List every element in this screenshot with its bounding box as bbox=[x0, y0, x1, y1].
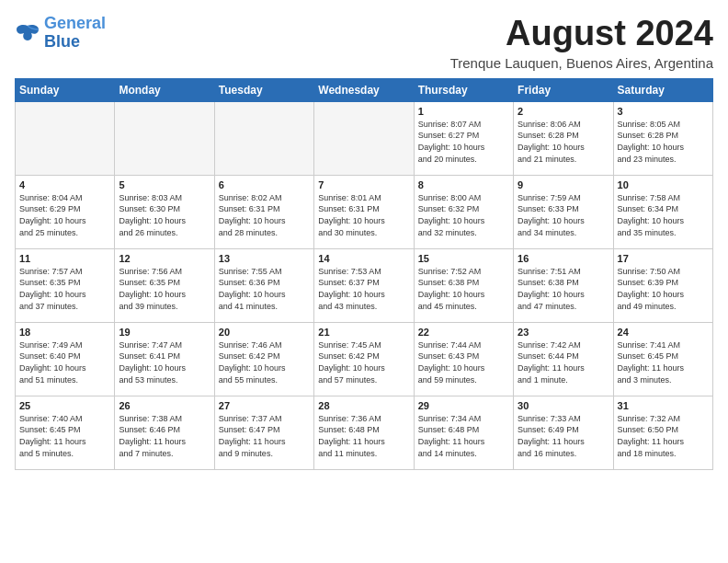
header-friday: Friday bbox=[514, 78, 613, 101]
calendar-cell: 20Sunrise: 7:46 AM Sunset: 6:42 PM Dayli… bbox=[214, 322, 313, 396]
day-number: 16 bbox=[518, 253, 609, 264]
day-number: 6 bbox=[219, 179, 310, 190]
calendar-cell: 30Sunrise: 7:33 AM Sunset: 6:49 PM Dayli… bbox=[514, 396, 613, 469]
calendar-week-row: 1Sunrise: 8:07 AM Sunset: 6:27 PM Daylig… bbox=[16, 101, 713, 175]
location-subtitle: Trenque Lauquen, Buenos Aires, Argentina bbox=[450, 55, 713, 71]
calendar-cell: 31Sunrise: 7:32 AM Sunset: 6:50 PM Dayli… bbox=[613, 396, 712, 469]
calendar-header-row: SundayMondayTuesdayWednesdayThursdayFrid… bbox=[16, 78, 713, 101]
header-saturday: Saturday bbox=[613, 78, 712, 101]
day-content: Sunrise: 7:53 AM Sunset: 6:37 PM Dayligh… bbox=[318, 266, 409, 312]
calendar-cell: 16Sunrise: 7:51 AM Sunset: 6:38 PM Dayli… bbox=[514, 248, 613, 322]
day-number: 1 bbox=[418, 106, 509, 117]
calendar-cell: 22Sunrise: 7:44 AM Sunset: 6:43 PM Dayli… bbox=[414, 322, 513, 396]
calendar-week-row: 25Sunrise: 7:40 AM Sunset: 6:45 PM Dayli… bbox=[16, 396, 713, 469]
page-header: GeneralBlue August 2024 Trenque Lauquen,… bbox=[15, 15, 713, 71]
calendar-cell bbox=[314, 101, 414, 175]
day-number: 22 bbox=[418, 327, 509, 338]
calendar-cell: 9Sunrise: 7:59 AM Sunset: 6:33 PM Daylig… bbox=[514, 175, 613, 248]
day-content: Sunrise: 7:45 AM Sunset: 6:42 PM Dayligh… bbox=[318, 339, 409, 385]
calendar-cell: 15Sunrise: 7:52 AM Sunset: 6:38 PM Dayli… bbox=[414, 248, 513, 322]
calendar-cell bbox=[115, 101, 214, 175]
day-content: Sunrise: 7:32 AM Sunset: 6:50 PM Dayligh… bbox=[618, 413, 709, 459]
day-content: Sunrise: 7:37 AM Sunset: 6:47 PM Dayligh… bbox=[219, 413, 310, 459]
day-number: 15 bbox=[418, 253, 509, 264]
day-number: 30 bbox=[518, 400, 609, 411]
calendar-cell: 3Sunrise: 8:05 AM Sunset: 6:28 PM Daylig… bbox=[613, 101, 712, 175]
day-number: 10 bbox=[618, 179, 709, 190]
header-wednesday: Wednesday bbox=[314, 78, 414, 101]
day-content: Sunrise: 7:50 AM Sunset: 6:39 PM Dayligh… bbox=[618, 266, 709, 312]
day-content: Sunrise: 7:59 AM Sunset: 6:33 PM Dayligh… bbox=[518, 192, 609, 238]
day-number: 8 bbox=[418, 179, 509, 190]
day-number: 12 bbox=[119, 253, 210, 264]
header-monday: Monday bbox=[115, 78, 214, 101]
day-content: Sunrise: 8:02 AM Sunset: 6:31 PM Dayligh… bbox=[219, 192, 310, 238]
day-content: Sunrise: 8:03 AM Sunset: 6:30 PM Dayligh… bbox=[119, 192, 210, 238]
calendar-cell: 18Sunrise: 7:49 AM Sunset: 6:40 PM Dayli… bbox=[16, 322, 115, 396]
day-content: Sunrise: 7:46 AM Sunset: 6:42 PM Dayligh… bbox=[219, 339, 310, 385]
calendar-cell: 13Sunrise: 7:55 AM Sunset: 6:36 PM Dayli… bbox=[214, 248, 313, 322]
day-number: 18 bbox=[19, 327, 110, 338]
calendar-cell: 28Sunrise: 7:36 AM Sunset: 6:48 PM Dayli… bbox=[314, 396, 414, 469]
day-content: Sunrise: 7:58 AM Sunset: 6:34 PM Dayligh… bbox=[618, 192, 709, 238]
day-content: Sunrise: 7:51 AM Sunset: 6:38 PM Dayligh… bbox=[518, 266, 609, 312]
day-number: 20 bbox=[219, 327, 310, 338]
day-number: 26 bbox=[119, 400, 210, 411]
day-number: 19 bbox=[119, 327, 210, 338]
day-number: 14 bbox=[318, 253, 409, 264]
day-number: 24 bbox=[618, 327, 709, 338]
day-content: Sunrise: 7:44 AM Sunset: 6:43 PM Dayligh… bbox=[418, 339, 509, 385]
calendar-cell bbox=[16, 101, 115, 175]
calendar-cell: 27Sunrise: 7:37 AM Sunset: 6:47 PM Dayli… bbox=[214, 396, 313, 469]
calendar-cell bbox=[214, 101, 313, 175]
day-content: Sunrise: 7:42 AM Sunset: 6:44 PM Dayligh… bbox=[518, 339, 609, 385]
day-number: 21 bbox=[318, 327, 409, 338]
header-thursday: Thursday bbox=[414, 78, 513, 101]
day-number: 29 bbox=[418, 400, 509, 411]
day-content: Sunrise: 8:07 AM Sunset: 6:27 PM Dayligh… bbox=[418, 119, 509, 165]
day-content: Sunrise: 7:36 AM Sunset: 6:48 PM Dayligh… bbox=[318, 413, 409, 459]
header-tuesday: Tuesday bbox=[214, 78, 313, 101]
day-content: Sunrise: 8:06 AM Sunset: 6:28 PM Dayligh… bbox=[518, 119, 609, 165]
logo-text: GeneralBlue bbox=[44, 15, 106, 52]
calendar-cell: 1Sunrise: 8:07 AM Sunset: 6:27 PM Daylig… bbox=[414, 101, 513, 175]
day-number: 9 bbox=[518, 179, 609, 190]
calendar-cell: 21Sunrise: 7:45 AM Sunset: 6:42 PM Dayli… bbox=[314, 322, 414, 396]
day-number: 7 bbox=[318, 179, 409, 190]
day-number: 2 bbox=[518, 106, 609, 117]
day-content: Sunrise: 7:34 AM Sunset: 6:48 PM Dayligh… bbox=[418, 413, 509, 459]
calendar-cell: 6Sunrise: 8:02 AM Sunset: 6:31 PM Daylig… bbox=[214, 175, 313, 248]
day-content: Sunrise: 8:05 AM Sunset: 6:28 PM Dayligh… bbox=[618, 119, 709, 165]
calendar-cell: 7Sunrise: 8:01 AM Sunset: 6:31 PM Daylig… bbox=[314, 175, 414, 248]
day-content: Sunrise: 7:41 AM Sunset: 6:45 PM Dayligh… bbox=[618, 339, 709, 385]
calendar-cell: 26Sunrise: 7:38 AM Sunset: 6:46 PM Dayli… bbox=[115, 396, 214, 469]
logo-icon bbox=[15, 22, 40, 44]
calendar-cell: 5Sunrise: 8:03 AM Sunset: 6:30 PM Daylig… bbox=[115, 175, 214, 248]
day-content: Sunrise: 7:40 AM Sunset: 6:45 PM Dayligh… bbox=[19, 413, 110, 459]
calendar-cell: 11Sunrise: 7:57 AM Sunset: 6:35 PM Dayli… bbox=[16, 248, 115, 322]
calendar-cell: 25Sunrise: 7:40 AM Sunset: 6:45 PM Dayli… bbox=[16, 396, 115, 469]
day-number: 4 bbox=[19, 179, 110, 190]
day-content: Sunrise: 7:49 AM Sunset: 6:40 PM Dayligh… bbox=[19, 339, 110, 385]
day-number: 13 bbox=[219, 253, 310, 264]
day-content: Sunrise: 7:56 AM Sunset: 6:35 PM Dayligh… bbox=[119, 266, 210, 312]
calendar-cell: 4Sunrise: 8:04 AM Sunset: 6:29 PM Daylig… bbox=[16, 175, 115, 248]
calendar-table: SundayMondayTuesdayWednesdayThursdayFrid… bbox=[15, 78, 713, 470]
calendar-cell: 10Sunrise: 7:58 AM Sunset: 6:34 PM Dayli… bbox=[613, 175, 712, 248]
header-sunday: Sunday bbox=[16, 78, 115, 101]
calendar-cell: 29Sunrise: 7:34 AM Sunset: 6:48 PM Dayli… bbox=[414, 396, 513, 469]
calendar-cell: 23Sunrise: 7:42 AM Sunset: 6:44 PM Dayli… bbox=[514, 322, 613, 396]
logo: GeneralBlue bbox=[15, 15, 106, 52]
day-content: Sunrise: 7:33 AM Sunset: 6:49 PM Dayligh… bbox=[518, 413, 609, 459]
day-content: Sunrise: 8:00 AM Sunset: 6:32 PM Dayligh… bbox=[418, 192, 509, 238]
day-number: 28 bbox=[318, 400, 409, 411]
calendar-week-row: 11Sunrise: 7:57 AM Sunset: 6:35 PM Dayli… bbox=[16, 248, 713, 322]
calendar-week-row: 4Sunrise: 8:04 AM Sunset: 6:29 PM Daylig… bbox=[16, 175, 713, 248]
day-number: 17 bbox=[618, 253, 709, 264]
day-content: Sunrise: 7:55 AM Sunset: 6:36 PM Dayligh… bbox=[219, 266, 310, 312]
day-number: 23 bbox=[518, 327, 609, 338]
title-block: August 2024 Trenque Lauquen, Buenos Aire… bbox=[450, 15, 713, 71]
day-number: 3 bbox=[618, 106, 709, 117]
day-number: 11 bbox=[19, 253, 110, 264]
calendar-cell: 12Sunrise: 7:56 AM Sunset: 6:35 PM Dayli… bbox=[115, 248, 214, 322]
